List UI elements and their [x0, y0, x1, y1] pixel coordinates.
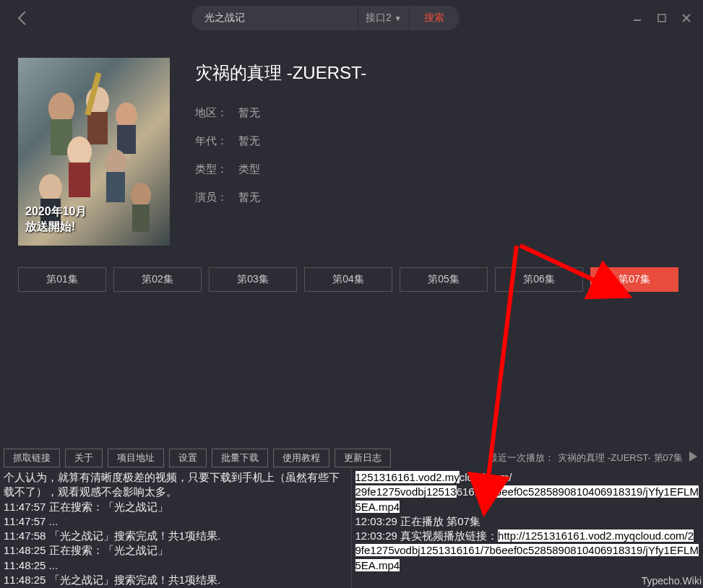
- minimize-button[interactable]: [631, 12, 643, 24]
- back-button[interactable]: [11, 7, 33, 29]
- svg-point-12: [105, 150, 126, 176]
- episode-button[interactable]: 第07集: [590, 267, 678, 292]
- info-row: 年代：暂无: [195, 134, 689, 148]
- search-button[interactable]: 搜索: [409, 6, 460, 30]
- toolbar-button[interactable]: 项目地址: [108, 449, 164, 467]
- log-line: 11:47:57 正在搜索：「光之战记」: [4, 500, 348, 514]
- info-value: 暂无: [238, 106, 260, 120]
- episode-button[interactable]: 第04集: [304, 267, 392, 292]
- svg-rect-9: [117, 125, 136, 154]
- svg-rect-13: [106, 172, 125, 202]
- toolbar-button[interactable]: 更新日志: [335, 449, 391, 467]
- episode-button[interactable]: 第05集: [400, 267, 488, 292]
- log-line: 11:48:25 正在搜索：「光之战记」: [4, 543, 348, 558]
- info-label: 类型：: [195, 163, 238, 176]
- info-row: 地区：暂无: [195, 106, 689, 120]
- log-line: 29fe1275vodbj125136161/7b6eef0c528589081…: [355, 485, 700, 514]
- interface-label: 接口2: [366, 12, 392, 25]
- log-line: 11:47:58 「光之战记」搜索完成！共1项结果.: [4, 529, 348, 543]
- toolbar-button[interactable]: 关于: [65, 449, 103, 467]
- close-button[interactable]: [681, 12, 692, 24]
- search-input[interactable]: [191, 6, 358, 30]
- svg-rect-1: [658, 14, 665, 22]
- watermark: Typecho.Wiki: [642, 575, 702, 587]
- log-panel-right: 1251316161.vod2.mycloud.com/29fe1275vodb…: [352, 469, 704, 588]
- toolbar-button[interactable]: 使用教程: [273, 449, 329, 467]
- info-row: 演员：暂无: [195, 191, 689, 204]
- interface-select[interactable]: 接口2 ▼: [358, 6, 409, 30]
- log-line: 11:47:57 ...: [4, 514, 348, 529]
- episode-button[interactable]: 第01集: [18, 267, 106, 292]
- toolbar-button[interactable]: 批量下载: [212, 449, 268, 467]
- episode-button[interactable]: 第03集: [209, 267, 297, 292]
- svg-rect-11: [69, 163, 90, 197]
- log-line: 12:03:29 正在播放 第07集: [355, 514, 700, 529]
- poster-image: 2020年10月 放送開始!: [18, 58, 170, 246]
- episode-button[interactable]: 第06集: [495, 267, 583, 292]
- info-label: 地区：: [195, 106, 238, 120]
- episode-button[interactable]: 第02集: [113, 267, 202, 292]
- log-panel-left: 个人认为，就算有清晰度极差的视频，只要下载到手机上（虽然有些下载不了），观看观感…: [0, 469, 352, 588]
- toolbar-button[interactable]: 设置: [169, 449, 207, 467]
- log-line: 11:48:25 ...: [4, 558, 348, 573]
- log-line: 11:48:25 「光之战记」搜索完成！共1项结果.: [4, 573, 348, 587]
- info-label: 年代：: [195, 134, 238, 148]
- svg-point-10: [67, 137, 92, 167]
- svg-point-16: [131, 183, 151, 207]
- play-icon[interactable]: [686, 450, 699, 467]
- log-line: 12:03:29 真实视频播放链接：http://1251316161.vod2…: [355, 529, 700, 573]
- svg-rect-17: [132, 204, 150, 232]
- info-value: 暂无: [238, 134, 260, 148]
- poster-tag-line1: 2020年10月: [25, 204, 87, 220]
- log-line: 个人认为，就算有清晰度极差的视频，只要下载到手机上（虽然有些下载不了），观看观感…: [4, 470, 348, 500]
- last-played-value: 灾祸的真理 -ZUERST- 第07集: [558, 451, 683, 464]
- info-label: 演员：: [195, 191, 238, 204]
- chevron-down-icon: ▼: [394, 14, 402, 22]
- media-title: 灾祸的真理 -ZUERST-: [195, 61, 689, 85]
- info-value: 类型: [238, 163, 260, 176]
- info-row: 类型：类型: [195, 163, 689, 176]
- svg-point-14: [39, 174, 62, 202]
- poster-tag-line2: 放送開始!: [25, 220, 87, 235]
- svg-rect-7: [87, 112, 108, 144]
- svg-point-8: [116, 103, 137, 129]
- maximize-button[interactable]: [656, 12, 668, 24]
- log-line: 1251316161.vod2.mycloud.com/: [355, 470, 700, 485]
- info-value: 暂无: [238, 191, 260, 204]
- toolbar-button[interactable]: 抓取链接: [4, 449, 60, 467]
- last-played-label: 最近一次播放：: [488, 451, 554, 464]
